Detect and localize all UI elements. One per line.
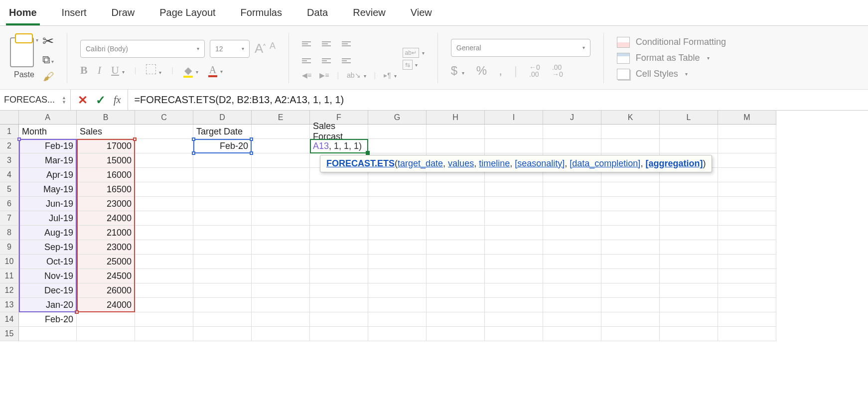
cell-C13[interactable] bbox=[135, 298, 193, 312]
paste-button[interactable]: Paste bbox=[14, 70, 34, 79]
cell-L5[interactable] bbox=[660, 182, 718, 197]
cell-K13[interactable] bbox=[601, 298, 660, 312]
cell-J11[interactable] bbox=[543, 269, 601, 283]
row-header-11[interactable]: 11 bbox=[0, 269, 19, 283]
cell-E8[interactable] bbox=[252, 226, 310, 240]
cell-E10[interactable] bbox=[252, 255, 310, 269]
cell-C12[interactable] bbox=[135, 283, 193, 298]
column-header-K[interactable]: K bbox=[601, 111, 660, 125]
cell-D3[interactable] bbox=[193, 153, 252, 168]
cell-C1[interactable] bbox=[135, 125, 193, 139]
cell-A13[interactable]: Jan-20 bbox=[19, 298, 77, 312]
cell-E14[interactable] bbox=[252, 312, 310, 327]
insert-function-button[interactable]: fx bbox=[114, 94, 121, 106]
column-header-M[interactable]: M bbox=[718, 111, 776, 125]
cell-C3[interactable] bbox=[135, 153, 193, 168]
cell-I11[interactable] bbox=[485, 269, 543, 283]
cell-K1[interactable] bbox=[601, 125, 660, 139]
cell-F8[interactable] bbox=[310, 226, 368, 240]
cell-B7[interactable]: 24000 bbox=[77, 211, 135, 226]
cell-A15[interactable] bbox=[19, 327, 77, 341]
decrease-decimal-button[interactable]: .00→0 bbox=[552, 64, 563, 78]
decrease-indent-button[interactable]: ◀≡ bbox=[302, 71, 311, 79]
cell-H10[interactable] bbox=[427, 255, 485, 269]
cell-J8[interactable] bbox=[543, 226, 601, 240]
cell-C10[interactable] bbox=[135, 255, 193, 269]
cell-M4[interactable] bbox=[718, 168, 776, 182]
cell-L10[interactable] bbox=[660, 255, 718, 269]
column-header-H[interactable]: H bbox=[427, 111, 485, 125]
cell-M9[interactable] bbox=[718, 240, 776, 255]
tooltip-arg-data-completion[interactable]: [data_completion] bbox=[570, 158, 640, 168]
cell-D10[interactable] bbox=[193, 255, 252, 269]
cell-C15[interactable] bbox=[135, 327, 193, 341]
cell-D5[interactable] bbox=[193, 182, 252, 197]
cancel-button[interactable]: ✕ bbox=[78, 93, 88, 107]
cell-B13[interactable]: 24000 bbox=[77, 298, 135, 312]
row-header-5[interactable]: 5 bbox=[0, 182, 19, 197]
tab-data[interactable]: Data bbox=[304, 2, 331, 25]
cell-B14[interactable] bbox=[77, 312, 135, 327]
tab-review[interactable]: Review bbox=[350, 2, 389, 25]
cell-K8[interactable] bbox=[601, 226, 660, 240]
cell-G14[interactable] bbox=[368, 312, 427, 327]
cell-E5[interactable] bbox=[252, 182, 310, 197]
tab-insert[interactable]: Insert bbox=[59, 2, 90, 25]
cell-C6[interactable] bbox=[135, 197, 193, 211]
enter-button[interactable]: ✓ bbox=[96, 93, 106, 107]
cell-B9[interactable]: 23000 bbox=[77, 240, 135, 255]
increase-font-button[interactable]: A^ bbox=[255, 41, 266, 56]
cell-H2[interactable] bbox=[427, 139, 485, 153]
cell-C2[interactable] bbox=[135, 139, 193, 153]
active-cell-F2[interactable]: A13, 1, 1, 1) bbox=[310, 139, 368, 153]
cell-H13[interactable] bbox=[427, 298, 485, 312]
cell-G9[interactable] bbox=[368, 240, 427, 255]
cell-A8[interactable]: Aug-19 bbox=[19, 226, 77, 240]
cell-E6[interactable] bbox=[252, 197, 310, 211]
cell-A3[interactable]: Mar-19 bbox=[19, 153, 77, 168]
cell-E4[interactable] bbox=[252, 168, 310, 182]
cell-B5[interactable]: 16500 bbox=[77, 182, 135, 197]
number-format-combo[interactable]: General bbox=[451, 39, 590, 57]
tab-formulas[interactable]: Formulas bbox=[238, 2, 285, 25]
decrease-font-button[interactable]: A bbox=[270, 41, 276, 56]
fill-dropdown-icon[interactable] bbox=[196, 69, 198, 75]
tab-home[interactable]: Home bbox=[6, 2, 40, 25]
cell-M1[interactable] bbox=[718, 125, 776, 139]
cell-I8[interactable] bbox=[485, 226, 543, 240]
cell-K11[interactable] bbox=[601, 269, 660, 283]
cell-K5[interactable] bbox=[601, 182, 660, 197]
cell-G1[interactable] bbox=[368, 125, 427, 139]
cell-L6[interactable] bbox=[660, 197, 718, 211]
cell-C8[interactable] bbox=[135, 226, 193, 240]
cell-M7[interactable] bbox=[718, 211, 776, 226]
cell-M13[interactable] bbox=[718, 298, 776, 312]
column-header-D[interactable]: D bbox=[193, 111, 252, 125]
cell-K7[interactable] bbox=[601, 211, 660, 226]
cell-styles-button[interactable]: Cell Styles bbox=[617, 69, 726, 80]
cell-F6[interactable] bbox=[310, 197, 368, 211]
cell-J9[interactable] bbox=[543, 240, 601, 255]
cell-B11[interactable]: 24500 bbox=[77, 269, 135, 283]
row-header-3[interactable]: 3 bbox=[0, 153, 19, 168]
cell-B15[interactable] bbox=[77, 327, 135, 341]
cell-I12[interactable] bbox=[485, 283, 543, 298]
cell-A4[interactable]: Apr-19 bbox=[19, 168, 77, 182]
cell-G2[interactable] bbox=[368, 139, 427, 153]
cell-L9[interactable] bbox=[660, 240, 718, 255]
borders-dropdown-icon[interactable] bbox=[159, 70, 161, 75]
column-header-J[interactable]: J bbox=[543, 111, 601, 125]
row-header-14[interactable]: 14 bbox=[0, 312, 19, 327]
font-name-combo[interactable]: Calibri (Body) bbox=[80, 40, 205, 58]
cell-H6[interactable] bbox=[427, 197, 485, 211]
cell-K12[interactable] bbox=[601, 283, 660, 298]
paste-dropdown-icon[interactable] bbox=[36, 37, 38, 43]
cell-E2[interactable] bbox=[252, 139, 310, 153]
cell-D9[interactable] bbox=[193, 240, 252, 255]
cell-F11[interactable] bbox=[310, 269, 368, 283]
tab-page-layout[interactable]: Page Layout bbox=[156, 2, 218, 25]
row-header-12[interactable]: 12 bbox=[0, 283, 19, 298]
cell-J1[interactable] bbox=[543, 125, 601, 139]
cell-I1[interactable] bbox=[485, 125, 543, 139]
cell-F5[interactable] bbox=[310, 182, 368, 197]
